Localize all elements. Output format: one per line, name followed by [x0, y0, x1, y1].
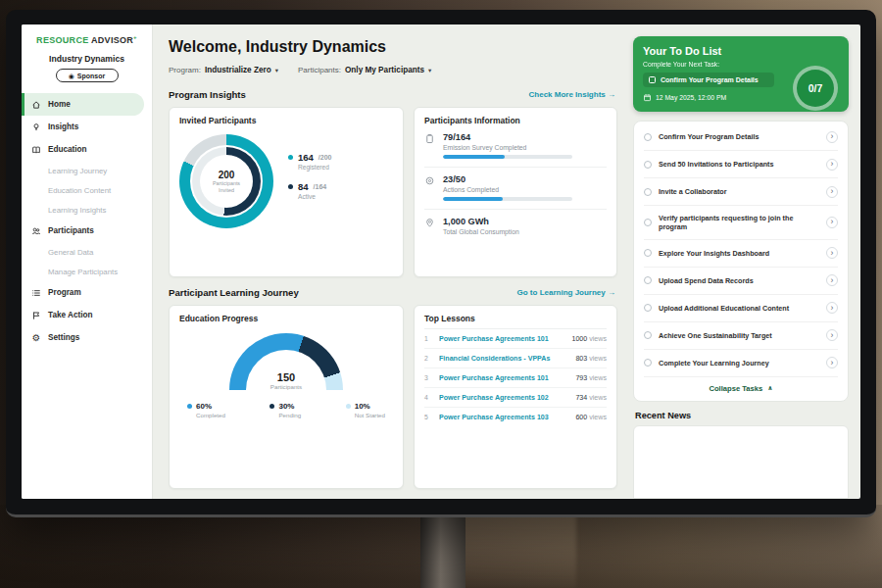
chevron-right-icon[interactable]: › — [826, 329, 838, 341]
top-lessons-card: Top Lessons 1 Power Purchase Agreements … — [414, 305, 617, 489]
sidebar-item-label: Insights — [48, 122, 78, 131]
sidebar-item-learning-insights[interactable]: Learning Insights — [22, 200, 152, 220]
chevron-right-icon[interactable]: › — [826, 131, 838, 143]
sidebar-item-settings[interactable]: ⚙ Settings — [22, 326, 152, 349]
recent-news-card — [633, 425, 849, 499]
sidebar-item-learning-journey[interactable]: Learning Journey — [22, 161, 152, 180]
sidebar-item-insights[interactable]: Insights — [22, 116, 152, 138]
card-title: Invited Participants — [179, 116, 393, 125]
task-checkbox[interactable] — [644, 304, 652, 312]
sponsor-badge[interactable]: ◉ Sponsor — [56, 69, 119, 82]
go-to-learning-journey-link[interactable]: Go to Learning Journey → — [517, 288, 615, 297]
lesson-views-value: 600 — [575, 414, 587, 421]
users-icon — [31, 226, 41, 236]
task-label: Send 50 Invitations to Participants — [659, 160, 819, 169]
task-checkbox[interactable] — [644, 359, 652, 367]
task-checkbox[interactable] — [644, 276, 652, 284]
section-title: Program Insights — [169, 89, 246, 100]
check-more-insights-link[interactable]: Check More Insights → — [529, 90, 615, 99]
legend-pending: 30% Pending — [270, 402, 301, 418]
background-light-patch — [459, 512, 576, 588]
app-logo: RESOURCE ADVISOR+ — [22, 34, 152, 45]
task-row-verify-participants[interactable]: Verify participants requesting to join t… — [644, 206, 838, 240]
sidebar-item-label: Take Action — [48, 311, 93, 319]
lesson-rank: 1 — [424, 335, 432, 342]
sidebar-item-take-action[interactable]: Take Action — [22, 304, 152, 326]
sidebar-item-general-data[interactable]: General Data — [22, 242, 152, 262]
chevron-right-icon[interactable]: › — [826, 217, 838, 228]
program-dropdown[interactable]: Program: Industrialize Zero ▾ — [169, 66, 278, 74]
legend-label: Active — [298, 193, 331, 200]
legend-label: Not Started — [355, 412, 385, 418]
monitor-stand — [420, 516, 466, 588]
sidebar-item-education[interactable]: Education — [22, 138, 152, 161]
lesson-title-link[interactable]: Power Purchase Agreements 101 — [439, 335, 564, 343]
task-row-upload-educational-content[interactable]: Upload Additional Educational Content › — [644, 295, 838, 322]
monitor: RESOURCE ADVISOR+ Industry Dynamics ◉ Sp… — [6, 10, 876, 517]
sponsor-badge-label: Sponsor — [77, 73, 105, 79]
sidebar-item-participants[interactable]: Participants — [22, 220, 152, 242]
sidebar-item-education-content[interactable]: Education Content — [22, 180, 152, 200]
sidebar-item-label: General Data — [48, 248, 93, 257]
sidebar-item-label: Manage Participants — [48, 268, 118, 276]
chevron-right-icon[interactable]: › — [826, 302, 838, 314]
chevron-right-icon[interactable]: › — [826, 159, 838, 171]
task-row-confirm-program[interactable]: Confirm Your Program Details › — [644, 123, 838, 151]
stat-value: 79/164 — [443, 132, 572, 142]
chevron-down-icon: ▾ — [428, 67, 431, 74]
donut-legend: 164 /200 Registered 84 /164 — [288, 152, 331, 211]
task-row-upload-spend-data[interactable]: Upload Spend Data Records › — [644, 268, 838, 295]
target-icon — [424, 175, 435, 186]
lesson-title-link[interactable]: Power Purchase Agreements 103 — [439, 414, 568, 421]
task-checkbox[interactable] — [644, 188, 652, 196]
todo-next-task[interactable]: Confirm Your Program Details — [643, 73, 774, 87]
book-icon — [31, 145, 41, 155]
todo-panel: Your To Do List Complete Your Next Task:… — [629, 24, 860, 499]
sidebar-item-home[interactable]: Home — [22, 93, 144, 116]
task-label: Explore Your Insights Dashboard — [659, 249, 819, 258]
task-row-achieve-target[interactable]: Achieve One Sustainability Target › — [644, 322, 838, 350]
sidebar-item-label: Learning Insights — [48, 206, 106, 215]
lesson-title-link[interactable]: Power Purchase Agreements 102 — [439, 394, 568, 402]
chevron-right-icon[interactable]: › — [826, 247, 838, 259]
task-label: Verify participants requesting to join t… — [659, 214, 819, 232]
location-pin-icon — [424, 218, 435, 228]
gauge-center: 150 Participants — [229, 371, 343, 390]
task-row-explore-insights[interactable]: Explore Your Insights Dashboard › — [644, 240, 838, 268]
lesson-title-link[interactable]: Financial Considerations - VPPAs — [439, 355, 568, 363]
donut-center-label: Participants Invited — [207, 180, 246, 194]
logo-primary: RESOURCE — [36, 35, 88, 45]
flag-icon — [31, 311, 41, 320]
sidebar-item-label: Program — [48, 288, 81, 297]
sidebar-item-label: Education Content — [48, 186, 111, 195]
collapse-tasks-button[interactable]: Collapse Tasks ∧ — [644, 377, 838, 398]
chevron-right-icon[interactable]: › — [826, 186, 838, 198]
legend-label: Completed — [196, 412, 225, 418]
org-name: Industry Dynamics — [22, 54, 152, 64]
task-checkbox[interactable] — [644, 133, 652, 141]
legend-label: Registered — [298, 164, 331, 171]
chevron-right-icon[interactable]: › — [826, 274, 838, 286]
lesson-title-link[interactable]: Power Purchase Agreements 101 — [439, 374, 568, 382]
task-row-complete-learning-journey[interactable]: Complete Your Learning Journey › — [644, 350, 838, 377]
task-row-send-invitations[interactable]: Send 50 Invitations to Participants › — [644, 151, 838, 178]
participants-dropdown[interactable]: Participants: Only My Participants ▾ — [298, 66, 431, 74]
stat-emission-survey: 79/164 Emission Survey Completed — [424, 125, 607, 168]
task-checkbox[interactable] — [644, 249, 652, 257]
task-checkbox[interactable] — [644, 219, 652, 226]
chevron-right-icon[interactable]: › — [826, 357, 838, 368]
page-title: Welcome, Industry Dynamics — [169, 38, 617, 56]
sidebar-item-manage-participants[interactable]: Manage Participants — [22, 262, 152, 281]
task-checkbox[interactable] — [644, 331, 652, 339]
checkbox-icon[interactable] — [649, 76, 656, 83]
learning-journey-cards: Education Progress 150 Participants 60 — [169, 305, 617, 489]
task-checkbox[interactable] — [644, 161, 652, 169]
lesson-views-word: views — [589, 414, 607, 421]
legend-dot-completed — [187, 404, 192, 409]
sidebar-item-program[interactable]: Program — [22, 281, 152, 304]
participants-information-card: Participants Information 79/164 Emission… — [414, 107, 617, 277]
donut-ring-gap: 200 Participants Invited — [190, 145, 263, 218]
task-row-invite-collaborator[interactable]: Invite a Collaborator › — [644, 178, 838, 206]
lesson-views-value: 734 — [575, 394, 587, 402]
todo-summary-card: Your To Do List Complete Your Next Task:… — [633, 36, 849, 112]
